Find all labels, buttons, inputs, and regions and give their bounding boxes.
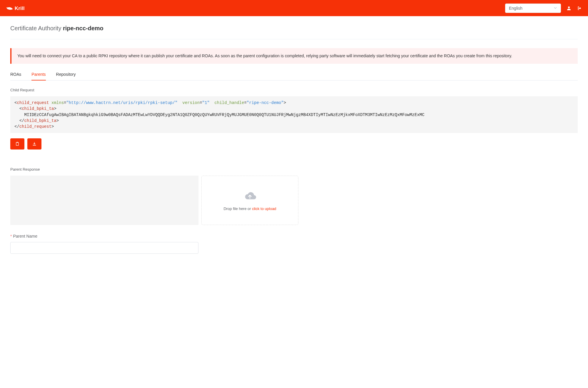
alert-text: You will need to connect your CA to a pu… xyxy=(17,53,512,58)
user-icon[interactable] xyxy=(566,6,572,11)
download-icon xyxy=(32,142,37,146)
upload-text: Drop file here or click to upload xyxy=(223,206,276,211)
app-header: Krill English xyxy=(0,0,588,16)
parent-response-textarea[interactable] xyxy=(10,176,198,225)
parent-name-input[interactable] xyxy=(10,242,198,254)
parent-name-label: *Parent Name xyxy=(10,234,578,238)
parent-response-label: Parent Response xyxy=(10,167,578,172)
repo-alert: You will need to connect your CA to a pu… xyxy=(10,48,578,64)
child-request-label: Child Request xyxy=(10,88,578,92)
child-request-actions xyxy=(10,138,578,150)
download-button[interactable] xyxy=(27,138,41,150)
clipboard-icon xyxy=(15,142,20,146)
upload-click-link[interactable]: click to upload xyxy=(252,206,276,211)
copy-button[interactable] xyxy=(10,138,24,150)
language-select-value: English xyxy=(509,6,522,11)
tab-roas[interactable]: ROAs xyxy=(10,72,21,80)
logout-icon[interactable] xyxy=(577,6,582,11)
title-divider xyxy=(10,39,578,39)
cloud-upload-icon xyxy=(243,190,257,202)
child-request-xml[interactable]: <child_request xmlns="http://www.hactrn.… xyxy=(10,96,578,133)
parent-response-upload[interactable]: Drop file here or click to upload xyxy=(201,176,298,225)
language-select[interactable]: English xyxy=(505,4,561,13)
tab-repository[interactable]: Repository xyxy=(56,72,76,80)
svg-point-1 xyxy=(568,6,570,8)
page-title: Certificate Authority ripe-ncc-demo xyxy=(10,25,578,32)
tabs: ROAs Parents Repository xyxy=(10,72,578,80)
tab-parents[interactable]: Parents xyxy=(31,72,46,80)
svg-rect-3 xyxy=(17,142,18,143)
page-title-prefix: Certificate Authority xyxy=(10,25,63,31)
main-content: Certificate Authority ripe-ncc-demo You … xyxy=(0,16,588,266)
brand-logo: Krill xyxy=(6,4,38,12)
krill-logo-icon: Krill xyxy=(6,4,38,12)
header-right: English xyxy=(505,4,582,13)
ca-name: ripe-ncc-demo xyxy=(63,25,103,31)
parent-response-row: Drop file here or click to upload xyxy=(10,176,578,225)
required-asterisk: * xyxy=(10,234,12,238)
chevron-down-icon xyxy=(554,6,557,11)
svg-text:Krill: Krill xyxy=(15,5,25,11)
svg-rect-2 xyxy=(16,142,19,146)
